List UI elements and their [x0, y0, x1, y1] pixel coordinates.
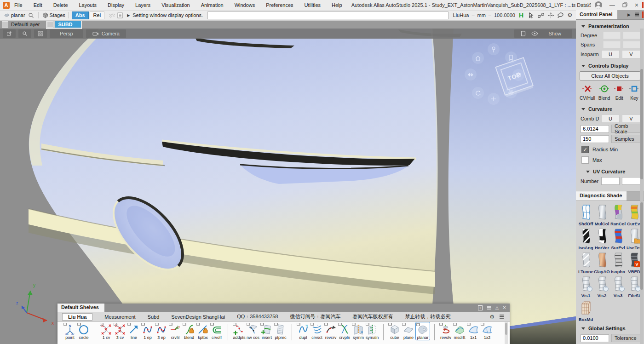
shelf-tab-measurement[interactable]: Measurement: [104, 314, 135, 320]
collapse-triangle-icon[interactable]: [581, 327, 585, 330]
shelf-window-title[interactable]: Default Shelves: [58, 304, 104, 312]
diagnostic-mulcol[interactable]: MulCol: [594, 204, 610, 226]
option-box-marker[interactable]: [260, 323, 264, 326]
viewcube[interactable]: TOP N: [461, 40, 567, 132]
menu-help[interactable]: Help: [332, 2, 342, 8]
option-box-marker[interactable]: [352, 323, 356, 326]
option-box-marker[interactable]: [453, 323, 457, 326]
menu-windows[interactable]: Windows: [235, 2, 255, 8]
control-toggle-cv-hull[interactable]: CV/Hull: [580, 84, 595, 101]
show-label[interactable]: Show: [544, 31, 566, 36]
viewcube-undo-icon[interactable]: [472, 87, 484, 99]
tool-planar[interactable]: planar: [415, 322, 430, 340]
option-box-marker[interactable]: [210, 323, 214, 326]
section-uv-curvature[interactable]: UV Curvature: [576, 165, 644, 176]
section-parameterization[interactable]: Parameterization: [576, 20, 644, 31]
option-box-marker[interactable]: [310, 323, 314, 326]
control-toggle-edit[interactable]: Edit: [613, 84, 625, 101]
shelf-tab-item[interactable]: 禁止转载，转载必究: [405, 313, 450, 320]
minimize-button[interactable]: —: [610, 2, 615, 8]
option-box-marker[interactable]: [388, 323, 392, 326]
tool-symm[interactable]: symm: [351, 322, 365, 340]
option-box-marker[interactable]: [100, 323, 104, 326]
stages-label[interactable]: Stages: [50, 12, 65, 18]
viewport[interactable]: y x z Persp Camera: [0, 29, 576, 344]
option-box-marker[interactable]: [114, 323, 117, 326]
tool-1-cv[interactable]: 1 cv: [99, 322, 113, 340]
tool-ptprec[interactable]: ptprec: [274, 322, 288, 340]
construction-grid-icon[interactable]: [108, 11, 116, 19]
link-icon[interactable]: [537, 11, 545, 19]
viewcube-plus-icon[interactable]: [488, 93, 500, 105]
menu-display[interactable]: Display: [108, 2, 124, 8]
collapse-triangle-icon[interactable]: [581, 65, 585, 67]
menu-utilities[interactable]: Utilities: [305, 2, 321, 8]
isoparm-v-button[interactable]: V: [622, 50, 640, 58]
option-box-marker[interactable]: [402, 323, 406, 326]
option-box-marker[interactable]: [63, 323, 67, 326]
control-panel-tab[interactable]: Control Panel: [576, 10, 617, 19]
shelf-resize-icon[interactable]: ↕: [478, 305, 483, 310]
tool-line[interactable]: line: [127, 322, 141, 340]
tool-revcrv[interactable]: revcrv: [324, 322, 338, 340]
gear-icon[interactable]: ⚙: [566, 11, 574, 19]
diagnostic-clayao[interactable]: ClayAO: [594, 252, 610, 274]
comb-scale-input[interactable]: [581, 125, 609, 133]
tool-revolv[interactable]: revolv: [439, 322, 453, 340]
restore-button[interactable]: [622, 2, 627, 8]
section-curvature[interactable]: Curvature: [576, 103, 644, 114]
option-box-marker[interactable]: [481, 323, 484, 326]
uv-number-u-field[interactable]: [601, 177, 620, 185]
shelf-tab-item[interactable]: 赛闻汽车版权所有: [352, 313, 393, 320]
command-input[interactable]: [207, 11, 448, 19]
tool-msdrft[interactable]: msdrft: [453, 322, 466, 340]
collapse-triangle-icon[interactable]: [581, 25, 585, 28]
prompt-history-icon[interactable]: [116, 11, 124, 19]
viewcube-bookmark-icon[interactable]: [505, 52, 517, 63]
diagnostic-horver[interactable]: HorVer: [594, 228, 610, 250]
units-value[interactable]: mm: [477, 12, 486, 18]
diagnostic-surevl[interactable]: SurEvl: [610, 228, 626, 250]
shelf-menu-icon[interactable]: [487, 305, 491, 310]
viewcube-pin-icon[interactable]: [488, 43, 500, 55]
tool-1x1[interactable]: 1x1: [466, 322, 480, 340]
option-box-marker[interactable]: [169, 323, 172, 326]
tool-3-ep[interactable]: 3 ep: [155, 322, 168, 340]
menu-animation[interactable]: Animation: [201, 2, 224, 8]
diagnostic-isopho[interactable]: Isopho: [610, 252, 626, 274]
tool-crvfil[interactable]: crvfil: [168, 322, 182, 340]
option-box-marker[interactable]: [233, 323, 236, 326]
snap-transform-icon[interactable]: [546, 11, 555, 19]
tool-1x2[interactable]: 1x2: [480, 322, 494, 340]
tool-3-cv[interactable]: 3 cv: [113, 322, 127, 340]
tool-crvpln[interactable]: crvpln: [338, 322, 351, 340]
uv-number-v-field[interactable]: [622, 177, 640, 185]
lasso-icon[interactable]: [556, 11, 564, 19]
search-icon[interactable]: [27, 11, 35, 19]
viewport-zoom-control[interactable]: [18, 29, 31, 38]
clear-all-objects-button[interactable]: Clear All Objects: [580, 71, 640, 80]
option-box-marker[interactable]: [127, 323, 131, 326]
option-box-marker[interactable]: [324, 323, 328, 326]
option-box-marker[interactable]: [416, 323, 420, 326]
comb-scale-slider[interactable]: Comb Scale: [611, 125, 640, 133]
eye-icon[interactable]: [531, 31, 538, 36]
panel-menu-icon[interactable]: [634, 12, 639, 17]
layer-visibility-checkbox[interactable]: [47, 21, 53, 28]
diagnostic-vis1[interactable]: Vis1: [578, 275, 594, 298]
shelf-scroll-thumb[interactable]: [505, 323, 507, 335]
close-button[interactable]: ×: [635, 2, 638, 8]
diagnostic-vis2[interactable]: Vis2: [594, 275, 610, 298]
viewcube-gear-icon[interactable]: [505, 86, 517, 98]
layer-visibility-checkbox[interactable]: [2, 21, 8, 28]
tool-kptbx[interactable]: kptbx: [196, 322, 210, 340]
option-box-marker[interactable]: [196, 323, 200, 326]
diagnostic-isoang[interactable]: IsoAng: [578, 228, 594, 250]
menu-edit[interactable]: Edit: [34, 2, 42, 8]
viewport-layout-control[interactable]: [34, 29, 47, 38]
tool-nw-cos[interactable]: nw cos: [246, 322, 260, 340]
shelf-titlebar[interactable]: Default Shelves ↕ △ ×: [58, 304, 510, 312]
option-box-marker[interactable]: [141, 323, 145, 326]
user-avatar[interactable]: [595, 1, 602, 9]
layer-item-defaultlayer[interactable]: DefaultLayer: [2, 21, 44, 28]
